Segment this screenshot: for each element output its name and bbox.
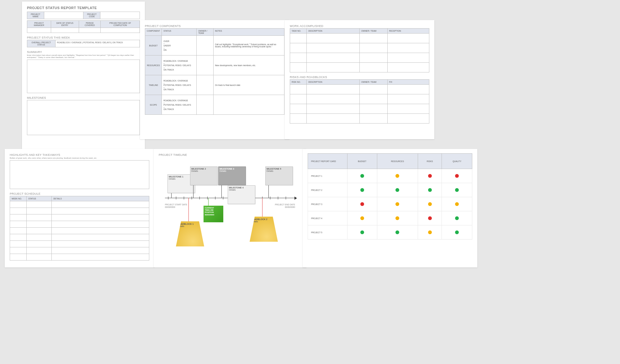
project-meta-table: PROJECT MANAGER DATE OF STATUS ENTRY PER… xyxy=(27,20,140,33)
cell-status[interactable]: ROADBLOCK / OVERAGE – POTENTIAL RISKS / … xyxy=(162,75,197,95)
th-reception: RECEPTION xyxy=(387,29,429,34)
roadblock-shape: ROADBLOCK 2Details xyxy=(250,217,278,242)
table-row[interactable] xyxy=(10,221,149,228)
input-project-code[interactable] xyxy=(100,12,140,19)
cell-status[interactable]: ROADBLOCK / OVERAGE – POTENTIAL RISKS / … xyxy=(162,55,197,75)
input-date-status-entry[interactable] xyxy=(51,28,79,33)
overall-status-options[interactable]: ROADBLOCK / OVERAGE | POTENTIAL RISKS / … xyxy=(55,40,140,47)
table-row[interactable] xyxy=(10,214,149,221)
table-row: SCOPE ROADBLOCK / OVERAGE – POTENTIAL RI… xyxy=(145,95,284,115)
cell-owner[interactable] xyxy=(197,55,213,75)
label-overall-status: OVERALL PROJECT STATUS xyxy=(27,40,56,47)
milestones-box[interactable] xyxy=(27,100,140,135)
cell-status-dot xyxy=(347,225,377,240)
highlights-hint: Bullets of great work, who owns what, wh… xyxy=(10,157,149,159)
cell-status[interactable]: OVER – UNDER – ON xyxy=(162,36,197,55)
summary-box[interactable] xyxy=(27,60,140,93)
table-row[interactable] xyxy=(10,234,149,241)
th-owner: OWNER / TEAM xyxy=(359,80,387,85)
th-quality: QUALITY xyxy=(442,154,472,169)
status-dot-icon xyxy=(455,174,459,178)
table-row[interactable] xyxy=(10,201,149,208)
cell-status-dot xyxy=(418,183,442,197)
cell-status-dot xyxy=(377,197,418,211)
table-row: PROJECT 3 xyxy=(308,197,472,211)
highlights-box[interactable] xyxy=(10,160,149,189)
table-row[interactable] xyxy=(290,94,429,104)
cell-notes[interactable]: On track to final launch date xyxy=(213,75,284,95)
table-header-row: TASK NO. DESCRIPTION OWNER / TEAM RECEPT… xyxy=(290,29,429,34)
heading-milestones: MILESTONES xyxy=(27,96,140,99)
cell-status-dot xyxy=(442,225,472,240)
status-dot-icon xyxy=(395,216,399,220)
table-row[interactable] xyxy=(10,241,149,247)
label-project-code: PROJECT CODE xyxy=(83,12,100,19)
input-period-covered[interactable] xyxy=(79,28,101,33)
th-task-no: TASK NO. xyxy=(290,29,307,34)
table-row[interactable] xyxy=(290,43,429,53)
cell-status-dot xyxy=(442,211,472,225)
schedule-table: WEEK NO. STATUS DETAILS xyxy=(10,196,149,261)
card2-title: PROJECT COMPONENTS xyxy=(145,24,284,28)
table-row[interactable] xyxy=(290,85,429,94)
th-risks: RISKS xyxy=(418,154,442,169)
cell-notes[interactable]: New developments, new team members, etc. xyxy=(213,55,284,75)
th-description: DESCRIPTION xyxy=(307,80,360,85)
table-row[interactable] xyxy=(290,114,429,124)
cell-owner[interactable] xyxy=(197,95,213,115)
opt-ontrack: ON TRACK xyxy=(113,41,123,44)
cell-component: TIMELINE xyxy=(145,75,162,95)
arrow-right-icon xyxy=(294,197,297,200)
th-resources: RESOURCES xyxy=(377,154,418,169)
status-dot-icon xyxy=(395,202,399,206)
heading-status-this-week: PROJECT STATUS THIS WEEK xyxy=(27,36,140,39)
input-projected-completion[interactable] xyxy=(101,28,140,33)
cell-project-name: PROJECT 2 xyxy=(308,183,347,197)
cell-owner[interactable] xyxy=(197,75,213,95)
table-row[interactable] xyxy=(290,63,429,72)
table-row: RESOURCES ROADBLOCK / OVERAGE – POTENTIA… xyxy=(145,55,284,75)
input-project-name[interactable] xyxy=(44,12,83,19)
table-row[interactable] xyxy=(10,208,149,214)
milestone-box: MILESTONE 3Details xyxy=(218,166,246,185)
status-dot-icon xyxy=(428,188,432,192)
cell-notes[interactable]: Call out highlights: "Exceptional work."… xyxy=(213,36,284,55)
cell-status-dot xyxy=(347,183,377,197)
card-highlights-schedule: HIGHLIGHTS AND KEY TAKEAWAYS Bullets of … xyxy=(5,149,154,267)
table-row[interactable] xyxy=(290,53,429,63)
heading-risks-roadblocks: RISKS AND ROADBLOCKS xyxy=(290,76,429,79)
cell-status[interactable]: ROADBLOCK / OVERAGE – POTENTIAL RISKS / … xyxy=(162,95,197,115)
cell-status-dot xyxy=(377,169,418,183)
table-row[interactable] xyxy=(10,228,149,234)
cell-status-dot xyxy=(442,183,472,197)
status-dot-icon xyxy=(455,230,459,234)
cell-owner[interactable] xyxy=(197,36,213,55)
status-dot-icon xyxy=(395,230,399,234)
table-row: PROJECT 2 xyxy=(308,183,472,197)
cell-project-name: PROJECT 4 xyxy=(308,211,347,225)
cell-notes[interactable] xyxy=(213,95,284,115)
status-dot-icon xyxy=(428,230,432,234)
card-project-components: PROJECT COMPONENTS COMPONENT STATUS OWNE… xyxy=(140,20,289,139)
opt-roadblock: ROADBLOCK / OVERAGE xyxy=(57,41,82,44)
th-fix: FIX xyxy=(387,80,429,85)
table-row[interactable] xyxy=(290,104,429,114)
table-header-row: COMPONENT STATUS OWNER / TEAM NOTES xyxy=(145,29,284,36)
cell-status-dot xyxy=(418,169,442,183)
scorecard-table: PROJECT REPORT CARD BUDGET RESOURCES RIS… xyxy=(308,153,472,240)
th-details: DETAILS xyxy=(52,196,149,201)
table-row[interactable] xyxy=(10,254,149,261)
input-project-manager[interactable] xyxy=(27,28,51,33)
status-dot-icon xyxy=(428,174,432,178)
cell-status-dot xyxy=(418,197,442,211)
cell-status-dot xyxy=(377,211,418,225)
th-status: STATUS xyxy=(27,196,52,201)
table-row[interactable] xyxy=(10,247,149,254)
table-row[interactable] xyxy=(290,34,429,43)
status-dot-icon xyxy=(395,188,399,192)
label-date-status-entry: DATE OF STATUS ENTRY xyxy=(51,21,79,28)
status-dot-icon xyxy=(360,216,364,220)
card-report-scorecard: PROJECT REPORT CARD BUDGET RESOURCES RIS… xyxy=(303,149,477,267)
status-dot-icon xyxy=(360,202,364,206)
th-owner: OWNER / TEAM xyxy=(359,29,387,34)
